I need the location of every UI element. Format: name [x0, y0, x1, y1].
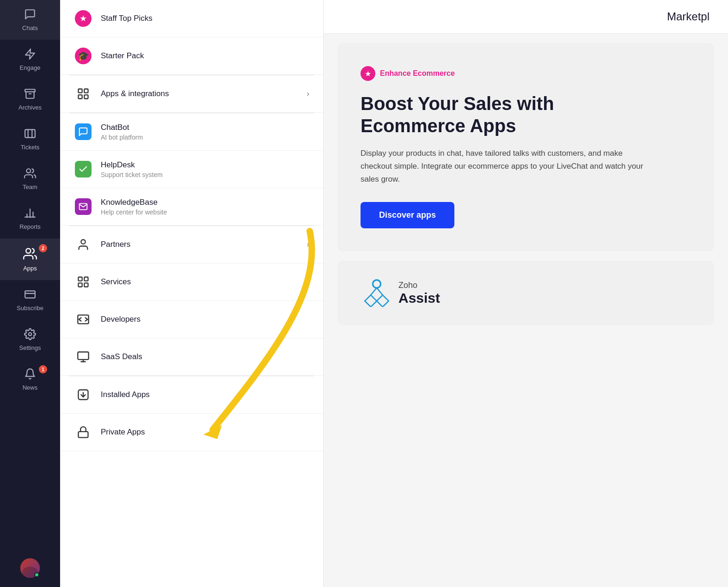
menu-item-chatbot[interactable]: ChatBot AI bot platform: [60, 113, 323, 151]
avatar-online-indicator: [34, 572, 39, 577]
sidebar-item-label-settings: Settings: [19, 344, 41, 351]
ecommerce-card: ★ Enhance Ecommerce Boost Your Sales wit…: [337, 43, 714, 251]
menu-item-subtitle-helpdesk: Support ticket system: [101, 171, 309, 178]
zoho-logo: Zoho Assist: [361, 279, 440, 307]
news-icon: [24, 368, 36, 382]
chatbot-icon: [74, 122, 92, 141]
zoho-assist-card: Zoho Assist: [337, 261, 714, 325]
svg-marker-32: [377, 295, 389, 307]
menu-item-title-starter-pack: Starter Pack: [101, 51, 309, 61]
menu-section-products: ChatBot AI bot platform HelpDesk Support…: [60, 113, 323, 226]
menu-item-title-knowledgebase: KnowledgeBase: [101, 197, 309, 208]
svg-marker-31: [365, 295, 377, 307]
menu-item-title-saas-deals: SaaS Deals: [101, 352, 309, 362]
menu-item-text-private-apps: Private Apps: [101, 427, 309, 437]
svg-rect-15: [79, 95, 82, 98]
avatar[interactable]: [20, 558, 40, 578]
sidebar-item-label-subscribe: Subscribe: [17, 305, 43, 312]
menu-item-text-installed-apps: Installed Apps: [101, 390, 309, 400]
services-arrow: ›: [307, 278, 309, 286]
helpdesk-icon: [74, 160, 92, 178]
svg-rect-18: [79, 277, 82, 281]
team-icon: [24, 167, 36, 181]
chats-icon: [24, 8, 36, 22]
sidebar-item-reports[interactable]: Reports: [0, 199, 60, 238]
menu-item-installed-apps[interactable]: Installed Apps: [60, 376, 323, 414]
badge-star-icon: ★: [361, 66, 375, 81]
menu-item-staff-top-picks[interactable]: ★ Staff Top Picks: [60, 0, 323, 37]
menu-item-starter-pack[interactable]: 🎓 Starter Pack: [60, 37, 323, 75]
card-badge: ★ Enhance Ecommerce: [361, 66, 691, 81]
user-avatar-item[interactable]: [0, 549, 60, 587]
sidebar-item-news[interactable]: 1 News: [0, 360, 60, 399]
private-apps-icon: [74, 423, 92, 441]
svg-line-33: [371, 288, 377, 295]
sidebar-item-tickets[interactable]: Tickets: [0, 119, 60, 159]
menu-item-partners[interactable]: Partners ›: [60, 226, 323, 263]
menu-item-title-helpdesk: HelpDesk: [101, 160, 309, 170]
sidebar-item-chats[interactable]: Chats: [0, 0, 60, 40]
menu-item-text-knowledgebase: KnowledgeBase Help center for website: [101, 197, 309, 216]
installed-apps-icon: [74, 385, 92, 404]
sidebar-item-label-news: News: [23, 384, 38, 391]
menu-item-developers[interactable]: Developers: [60, 301, 323, 338]
news-badge: 1: [39, 365, 47, 373]
menu-item-text-developers: Developers: [101, 314, 309, 324]
apps-integrations-icon: [74, 85, 92, 103]
sidebar-item-label-apps: Apps: [23, 265, 37, 272]
discover-apps-button[interactable]: Discover apps: [361, 202, 454, 228]
menu-item-knowledgebase[interactable]: KnowledgeBase Help center for website: [60, 188, 323, 226]
menu-item-title-installed-apps: Installed Apps: [101, 390, 309, 400]
svg-rect-3: [25, 129, 35, 137]
menu-item-subtitle-knowledgebase: Help center for website: [101, 208, 309, 216]
sidebar-item-archives[interactable]: Archives: [0, 79, 60, 119]
menu-item-helpdesk[interactable]: HelpDesk Support ticket system: [60, 151, 323, 188]
reports-icon: [24, 207, 36, 221]
sidebar-item-label-reports: Reports: [19, 223, 41, 230]
svg-point-17: [81, 240, 85, 244]
menu-section-installed: Installed Apps Private Apps: [60, 376, 323, 451]
main-content: Marketpl ★ Enhance Ecommerce Boost Your …: [324, 0, 728, 587]
menu-item-text-partners: Partners: [101, 239, 299, 250]
menu-item-saas-deals[interactable]: SaaS Deals: [60, 338, 323, 376]
starter-pack-icon: 🎓: [74, 47, 92, 65]
svg-rect-20: [79, 283, 82, 287]
sidebar-item-apps[interactable]: 2 Apps: [0, 238, 60, 280]
menu-item-text-starter-pack: Starter Pack: [101, 51, 309, 61]
menu-item-title-partners: Partners: [101, 239, 299, 250]
apps-badge: 2: [39, 244, 47, 252]
saas-deals-icon: [74, 348, 92, 366]
svg-marker-0: [25, 49, 35, 59]
menu-section-integrations: Apps & integrations ›: [60, 75, 323, 113]
subscribe-icon: [24, 288, 36, 302]
sidebar-item-settings[interactable]: Settings: [0, 320, 60, 360]
partners-icon: [74, 235, 92, 254]
menu-section-misc: Partners › Services ›: [60, 226, 323, 376]
svg-rect-10: [25, 291, 35, 298]
menu-item-services[interactable]: Services ›: [60, 263, 323, 301]
sidebar-item-label-chats: Chats: [22, 24, 38, 31]
svg-rect-14: [84, 89, 88, 93]
menu-section-featured: ★ Staff Top Picks 🎓 Starter Pack: [60, 0, 323, 75]
menu-item-apps-integrations[interactable]: Apps & integrations ›: [60, 75, 323, 113]
zoho-product-name: Assist: [398, 290, 440, 306]
svg-rect-23: [78, 352, 88, 360]
menu-item-title-staff-top-picks: Staff Top Picks: [101, 13, 309, 24]
apps-integrations-arrow: ›: [307, 90, 309, 98]
menu-item-title-developers: Developers: [101, 314, 309, 324]
sidebar-navigation: Chats Engage Archives Tickets: [0, 0, 60, 587]
zoho-text: Zoho Assist: [398, 281, 440, 306]
sidebar-item-subscribe[interactable]: Subscribe: [0, 280, 60, 320]
sidebar-item-engage[interactable]: Engage: [0, 40, 60, 79]
developers-icon: [74, 310, 92, 329]
sidebar-item-team[interactable]: Team: [0, 159, 60, 199]
svg-point-12: [29, 333, 32, 336]
zoho-assist-logo-icon: [361, 279, 393, 307]
menu-item-private-apps[interactable]: Private Apps: [60, 414, 323, 451]
badge-text: Enhance Ecommerce: [380, 69, 455, 78]
menu-item-text-apps-integrations: Apps & integrations: [101, 89, 299, 99]
menu-item-text-staff-top-picks: Staff Top Picks: [101, 13, 309, 24]
menu-item-title-chatbot: ChatBot: [101, 122, 309, 133]
menu-item-title-private-apps: Private Apps: [101, 427, 309, 437]
knowledgebase-icon: [74, 197, 92, 216]
